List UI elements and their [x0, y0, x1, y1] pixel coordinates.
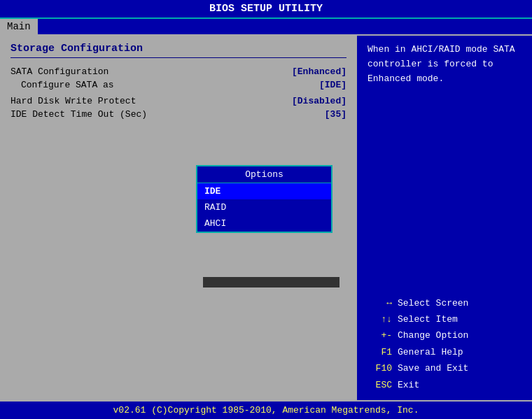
- key-sym-plusminus: +-: [368, 327, 392, 343]
- key-desc-select-screen: Select Screen: [398, 295, 468, 311]
- key-sym-arrows: ↔: [368, 295, 392, 311]
- options-header: Options: [197, 166, 331, 183]
- section-title: Storage Configuration: [10, 43, 346, 58]
- key-sym-f1: F1: [368, 344, 392, 360]
- key-sym-esc: ESC: [368, 377, 392, 393]
- key-desc-change-option: Change Option: [398, 327, 468, 343]
- key-desc-select-item: Select Item: [398, 311, 458, 327]
- footer: v02.61 (C)Copyright 1985-2010, American …: [0, 400, 532, 419]
- right-panel: When in AHCI/RAID mode SATA controller i…: [357, 36, 532, 400]
- tab-main[interactable]: Main: [0, 19, 38, 34]
- key-sym-updown: ↑↓: [368, 311, 392, 327]
- configure-sata-row: Configure SATA as [IDE]: [10, 80, 346, 90]
- key-row-esc: ESC Exit: [368, 377, 522, 393]
- hdd-protect-value: [Disabled]: [292, 96, 346, 106]
- key-row-select-item: ↑↓ Select Item: [368, 311, 522, 327]
- title-bar: BIOS SETUP UTILITY: [0, 0, 532, 19]
- hdd-protect-label: Hard Disk Write Protect: [10, 96, 136, 106]
- option-ide[interactable]: IDE: [197, 183, 331, 199]
- ide-timeout-value: [35]: [325, 109, 346, 120]
- key-row-select-screen: ↔ Select Screen: [368, 295, 522, 311]
- tab-bar: Main: [0, 19, 532, 36]
- key-desc-save-exit: Save and Exit: [398, 360, 468, 376]
- options-popup: Options IDE RAID AHCI: [196, 165, 332, 233]
- configure-sata-value: [IDE]: [319, 80, 346, 90]
- option-ahci[interactable]: AHCI: [197, 215, 331, 232]
- popup-shadow: [203, 277, 340, 287]
- footer-text: v02.61 (C)Copyright 1985-2010, American …: [113, 405, 419, 416]
- ide-timeout-row: IDE Detect Time Out (Sec) [35]: [10, 109, 346, 120]
- main-content: Storage Configuration SATA Configuration…: [0, 36, 532, 400]
- left-panel: Storage Configuration SATA Configuration…: [0, 36, 357, 400]
- key-guide: ↔ Select Screen ↑↓ Select Item +- Change…: [368, 295, 522, 393]
- help-text: When in AHCI/RAID mode SATA controller i…: [368, 43, 522, 86]
- sata-config-value: [Enhanced]: [292, 66, 346, 77]
- key-row-f1: F1 General Help: [368, 344, 522, 360]
- key-desc-exit: Exit: [398, 377, 419, 393]
- sata-config-label: SATA Configuration: [10, 66, 108, 77]
- configure-sata-label: Configure SATA as: [21, 80, 114, 90]
- key-row-f10: F10 Save and Exit: [368, 360, 522, 376]
- hdd-protect-row: Hard Disk Write Protect [Disabled]: [10, 96, 346, 106]
- key-desc-general-help: General Help: [398, 344, 463, 360]
- key-sym-f10: F10: [368, 360, 392, 376]
- ide-timeout-label: IDE Detect Time Out (Sec): [10, 109, 147, 120]
- key-row-change-option: +- Change Option: [368, 327, 522, 343]
- sata-config-row: SATA Configuration [Enhanced]: [10, 66, 346, 77]
- option-raid[interactable]: RAID: [197, 199, 331, 215]
- app-title: BIOS SETUP UTILITY: [209, 3, 323, 15]
